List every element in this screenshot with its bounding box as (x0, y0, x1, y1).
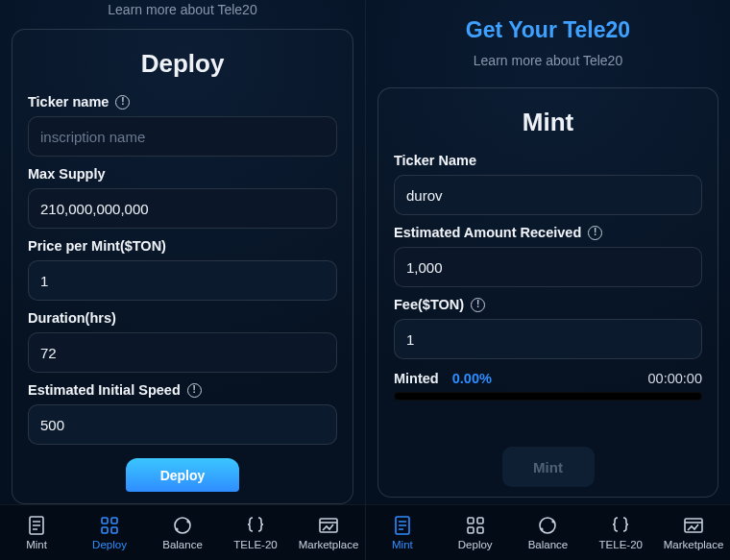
nav-label: Balance (528, 539, 569, 550)
fee-label-text: Fee($TON) (394, 297, 464, 312)
learn-more-link[interactable]: Learn more about Tele20 (377, 51, 718, 78)
duration-input[interactable] (28, 332, 337, 373)
deploy-card-title: Deploy (28, 43, 337, 94)
pane-deploy: Learn more about Tele20 Deploy Ticker na… (0, 0, 365, 560)
initial-speed-label: Estimated Initial Speed ! (28, 382, 337, 398)
fee-label: Fee($TON) ! (394, 297, 702, 312)
fee-input[interactable] (394, 319, 702, 359)
max-supply-input[interactable] (28, 188, 337, 229)
minted-progress (394, 392, 702, 401)
svg-point-15 (552, 520, 555, 523)
svg-rect-4 (111, 527, 117, 533)
info-icon[interactable]: ! (115, 95, 130, 110)
svg-point-5 (175, 518, 190, 533)
svg-point-16 (541, 527, 544, 530)
svg-point-6 (186, 520, 189, 523)
ticker-name-label: Ticker name ! (28, 94, 337, 110)
mint-card-title: Mint (394, 102, 702, 153)
minted-label: Minted (394, 371, 439, 386)
svg-rect-13 (477, 527, 483, 533)
nav-label: Mint (392, 539, 413, 550)
nav-marketplace[interactable]: Marketplace (657, 505, 730, 560)
mint-action-row: Mint (394, 447, 702, 487)
deploy-card: Deploy Ticker name ! Max Supply Price pe… (12, 29, 353, 504)
nav-balance[interactable]: Balance (512, 505, 585, 560)
minted-timer: 00:00:00 (648, 371, 702, 386)
bottom-nav-left: Mint Deploy Balance TELE-20 Marketplace (0, 504, 365, 560)
deploy-scroll: Learn more about Tele20 Deploy Ticker na… (12, 0, 353, 560)
deploy-button[interactable]: Deploy (126, 458, 239, 492)
nav-label: Mint (26, 539, 47, 550)
nav-label: Deploy (458, 539, 493, 550)
price-per-mint-input[interactable] (28, 260, 337, 301)
orbit-icon (536, 515, 559, 536)
learn-more-link[interactable]: Learn more about Tele20 (12, 0, 353, 27)
nav-marketplace[interactable]: Marketplace (292, 505, 365, 560)
svg-rect-10 (468, 518, 474, 523)
mint-ticker-input[interactable] (394, 175, 702, 215)
max-supply-label: Max Supply (28, 166, 337, 182)
document-icon (25, 515, 48, 536)
nav-tele20[interactable]: TELE-20 (219, 505, 292, 560)
nav-balance[interactable]: Balance (146, 505, 219, 560)
info-icon[interactable]: ! (588, 226, 602, 240)
nav-label: Deploy (92, 539, 127, 550)
svg-rect-1 (102, 518, 108, 523)
grid-icon (464, 515, 487, 536)
nav-deploy[interactable]: Deploy (439, 505, 512, 560)
nav-label: Marketplace (664, 539, 724, 550)
image-icon (317, 515, 340, 536)
orbit-icon (171, 515, 194, 536)
braces-icon (244, 515, 267, 536)
nav-mint[interactable]: Mint (0, 505, 73, 560)
minted-status-row: Minted 0.00% 00:00:00 (394, 371, 702, 386)
svg-point-14 (540, 518, 555, 533)
svg-rect-3 (102, 527, 108, 533)
info-icon[interactable]: ! (471, 298, 485, 312)
ticker-name-input[interactable] (28, 116, 337, 157)
nav-tele20[interactable]: TELE-20 (584, 505, 657, 560)
nav-label: TELE-20 (599, 539, 643, 550)
document-icon (391, 515, 414, 536)
svg-rect-2 (111, 518, 117, 523)
duration-label: Duration(hrs) (28, 310, 337, 326)
nav-mint[interactable]: Mint (366, 505, 439, 560)
bottom-nav-right: Mint Deploy Balance TELE-20 Marketplace (366, 504, 730, 560)
svg-rect-8 (320, 519, 337, 532)
svg-rect-11 (477, 518, 483, 523)
image-icon (682, 515, 705, 536)
svg-rect-12 (468, 527, 474, 533)
nav-label: Marketplace (299, 539, 359, 550)
mint-card: Mint Ticker Name Estimated Amount Receiv… (377, 87, 718, 498)
estimated-amount-input[interactable] (394, 247, 702, 287)
initial-speed-label-text: Estimated Initial Speed (28, 382, 181, 398)
info-icon[interactable]: ! (187, 383, 202, 398)
ticker-name-label-text: Ticker name (28, 94, 109, 110)
mint-scroll: Get Your Tele20 Learn more about Tele20 … (377, 0, 718, 560)
pane-mint: Get Your Tele20 Learn more about Tele20 … (365, 0, 730, 560)
price-per-mint-label: Price per Mint($TON) (28, 238, 337, 254)
mint-button[interactable]: Mint (502, 447, 595, 487)
grid-icon (98, 515, 121, 536)
estimated-amount-label: Estimated Amount Received ! (394, 225, 702, 240)
mint-ticker-label: Ticker Name (394, 153, 702, 168)
svg-rect-17 (685, 519, 702, 532)
initial-speed-input[interactable] (28, 404, 337, 445)
hero-title: Get Your Tele20 (377, 0, 718, 51)
nav-label: TELE-20 (233, 539, 277, 550)
deploy-action-row: Deploy (28, 458, 337, 494)
estimated-amount-label-text: Estimated Amount Received (394, 225, 581, 240)
minted-percent: 0.00% (452, 371, 492, 386)
svg-point-7 (175, 527, 178, 530)
nav-label: Balance (162, 539, 203, 550)
braces-icon (609, 515, 632, 536)
nav-deploy[interactable]: Deploy (73, 505, 146, 560)
